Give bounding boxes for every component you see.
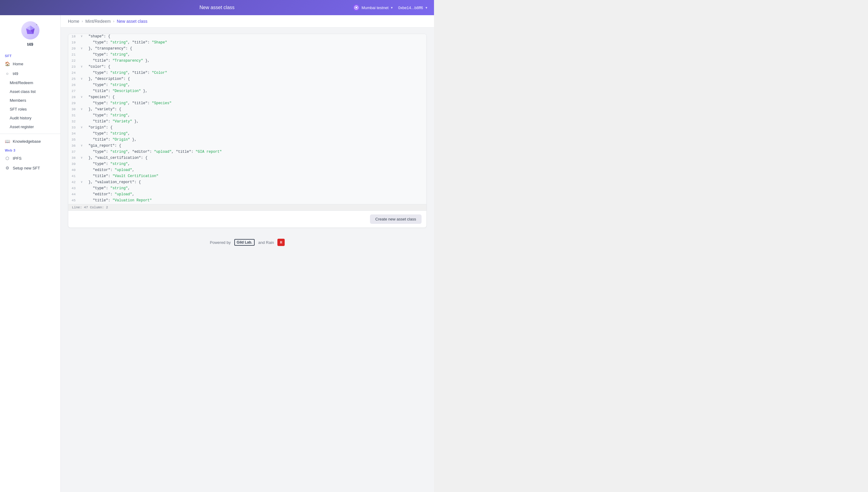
line-content: "type": "string", "title": "Species"	[84, 101, 426, 105]
gild-lab-badge: Gild Lab.	[234, 239, 255, 246]
line-number: 44	[68, 192, 79, 196]
table-row: 36∨ "gia_report": {	[68, 143, 426, 149]
code-editor[interactable]: 18∨ "shape": {19 "type": "string", "titl…	[68, 34, 426, 204]
line-number: 39	[68, 162, 79, 166]
table-row: 43 "type": "string",	[68, 186, 426, 192]
fold-toggle[interactable]: ∨	[79, 156, 84, 159]
line-number: 43	[68, 186, 79, 190]
sidebar-item-ipfs[interactable]: ⬡ IPFS	[0, 153, 60, 163]
line-content: "type": "string", "editor": "upload", "t…	[84, 150, 426, 154]
wallet-address: 0xbe14...b8ff6	[398, 5, 423, 10]
fold-toggle[interactable]: ∨	[79, 95, 84, 99]
table-row: 38∨ }, "vault_certification": {	[68, 155, 426, 162]
sidebar-item-home[interactable]: 🏠 Home	[0, 59, 60, 69]
line-content: "type": "string",	[84, 113, 426, 118]
table-row: 35 "title": "Origin" },	[68, 137, 426, 143]
line-content: }, "variety": {	[84, 107, 426, 112]
fold-toggle[interactable]: ∨	[79, 107, 84, 111]
logo-avatar: ⤢	[21, 21, 40, 40]
gear-icon: ⚙	[5, 166, 10, 170]
table-row: 27 "title": "Description" },	[68, 89, 426, 95]
sidebar-item-label: Setup new SFT	[13, 166, 40, 170]
fold-toggle[interactable]: ∨	[79, 65, 84, 68]
create-asset-class-button[interactable]: Create new asset class	[370, 215, 422, 224]
line-number: 22	[68, 58, 79, 63]
line-content: "title": "Vault Certification"	[84, 174, 426, 178]
line-content: "editor": "upload",	[84, 168, 426, 172]
sidebar-divider	[0, 133, 60, 134]
sidebar-item-label: IPFS	[13, 156, 22, 161]
line-number: 42	[68, 180, 79, 184]
line-number: 32	[68, 119, 79, 123]
line-content: "type": "string",	[84, 83, 426, 87]
line-number: 21	[68, 52, 79, 56]
network-selector[interactable]: Mumbai testnet ▼	[353, 4, 393, 11]
table-row: 40 "editor": "upload",	[68, 168, 426, 174]
sidebar-item-setup-sft[interactable]: ⚙ Setup new SFT	[0, 163, 60, 173]
page-title: New asset class	[200, 5, 235, 10]
line-content: "color": {	[84, 65, 426, 69]
line-number: 26	[68, 83, 79, 87]
sidebar-item-members[interactable]: Members	[0, 96, 60, 105]
expand-icon[interactable]: ⤢	[36, 23, 38, 26]
line-number: 37	[68, 150, 79, 154]
sidebar-item-t49[interactable]: ○ t49	[0, 69, 60, 78]
status-bar: Line: 47 Column: 2	[68, 204, 426, 211]
circle-icon: ○	[5, 71, 10, 76]
line-number: 31	[68, 113, 79, 117]
line-content: "shape": {	[84, 34, 426, 39]
sidebar-item-label: Home	[13, 62, 23, 66]
network-label: Mumbai testnet	[362, 5, 389, 10]
table-row: 44 "editor": "upload",	[68, 192, 426, 198]
fold-toggle[interactable]: ∨	[79, 180, 84, 184]
line-number: 33	[68, 125, 79, 129]
wallet-selector[interactable]: 0xbe14...b8ff6 ▼	[398, 5, 428, 10]
header-right: Mumbai testnet ▼ 0xbe14...b8ff6 ▼	[353, 4, 428, 11]
line-content: }, "description": {	[84, 77, 426, 81]
svg-point-1	[356, 7, 357, 8]
chevron-down-icon: ▼	[425, 6, 428, 9]
page-footer: Powered by Gild Lab. and Rain R	[61, 234, 434, 251]
rain-icon: R	[278, 239, 285, 246]
line-number: 25	[68, 77, 79, 81]
line-content: "gia_report": {	[84, 144, 426, 148]
sidebar-item-mint-redeem[interactable]: Mint/Redeem	[0, 78, 60, 87]
organization-name: t49	[27, 42, 33, 47]
table-row: 37 "type": "string", "editor": "upload",…	[68, 149, 426, 155]
breadcrumb-sep-1: ›	[82, 19, 83, 23]
editor-footer: Create new asset class	[68, 211, 426, 227]
line-number: 40	[68, 168, 79, 172]
table-row: 22 "title": "Transparency" },	[68, 58, 426, 65]
sidebar-item-asset-class-list[interactable]: Asset class list	[0, 87, 60, 96]
line-number: 30	[68, 107, 79, 111]
sidebar-item-knowledgebase[interactable]: 📖 Knowledgebase	[0, 137, 60, 146]
sidebar-item-audit-history[interactable]: Audit history	[0, 114, 60, 122]
table-row: 42∨ }, "valuation_report": {	[68, 180, 426, 186]
line-number: 18	[68, 34, 79, 38]
line-content: "type": "string",	[84, 52, 426, 57]
home-icon: 🏠	[5, 62, 10, 66]
sidebar-item-sft-roles[interactable]: SFT roles	[0, 105, 60, 114]
line-content: }, "valuation_report": {	[84, 180, 426, 184]
fold-toggle[interactable]: ∨	[79, 144, 84, 147]
line-number: 28	[68, 95, 79, 99]
table-row: 34 "type": "string",	[68, 131, 426, 137]
sidebar-item-asset-register[interactable]: Asset register	[0, 122, 60, 131]
ipfs-icon: ⬡	[5, 156, 10, 161]
breadcrumb-parent[interactable]: Mint/Redeem	[85, 19, 110, 24]
fold-toggle[interactable]: ∨	[79, 125, 84, 129]
fold-toggle[interactable]: ∨	[79, 47, 84, 50]
fold-toggle[interactable]: ∨	[79, 77, 84, 80]
fold-toggle[interactable]: ∨	[79, 34, 84, 38]
line-number: 45	[68, 198, 79, 202]
table-row: 32 "title": "Variety" },	[68, 119, 426, 125]
table-row: 41 "title": "Vault Certification"	[68, 174, 426, 180]
line-number: 38	[68, 156, 79, 160]
breadcrumb-current: New asset class	[117, 19, 148, 24]
line-content: "title": "Transparency" },	[84, 58, 426, 63]
line-content: "type": "string",	[84, 131, 426, 136]
line-number: 24	[68, 71, 79, 75]
table-row: 25∨ }, "description": {	[68, 76, 426, 82]
breadcrumb: Home › Mint/Redeem › New asset class	[61, 15, 434, 28]
breadcrumb-home[interactable]: Home	[68, 19, 79, 24]
